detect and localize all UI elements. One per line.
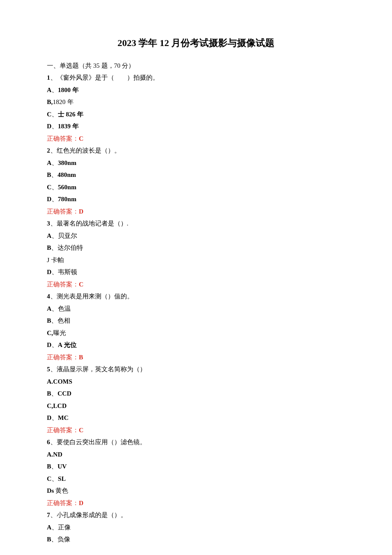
option: C、SL [47,473,345,485]
option-separator: 、 [52,305,58,312]
option: C、士 826 年 [47,108,345,121]
option-separator: 、 [52,475,58,482]
question-text: 、小孔成像形成的是（）。 [50,512,127,518]
option: A.ND [47,448,345,461]
option: A、色温 [47,303,345,315]
option-separator: 、 [51,317,58,324]
question-text: 、测光表是用来测（）值的。 [50,293,133,300]
question-number: 2 [47,147,50,154]
option-separator: 、 [51,536,58,543]
option: C,LCD [47,400,345,412]
option-label: C [47,184,52,191]
option-text: 色相 [58,317,70,324]
correct-answer: 正确答案：C [47,278,345,291]
option-label: J [47,257,51,263]
option: B、UV [47,460,345,473]
answer-label: 正确答案： [47,354,79,361]
correct-answer: 正确答案：C [47,133,345,145]
option-separator: 、 [52,87,58,93]
option-separator: 、 [52,123,58,130]
option: A、贝亚尔 [47,230,345,242]
option-text: 1800 年 [58,87,79,93]
question-text: 、最著名的战地记者是（）. [50,220,129,227]
option: J 卡帕 [47,254,345,266]
option: B、达尔伯特 [47,242,345,254]
question-stem: 6、要使白云突出应用（）滤色镜。 [47,436,345,448]
option-text: MC [58,414,69,421]
question-text: 、红色光的波长是（）。 [50,147,121,154]
option-label: D [47,123,52,130]
option-label: C [47,111,52,118]
option-label: C, [47,402,53,409]
option-text: 1839 年 [58,123,79,130]
option-separator: 、 [52,196,58,202]
option-text: 曝光 [53,330,66,336]
answer-value: C [79,281,84,288]
option: Ds 黄色 [47,485,345,497]
option-label: D [47,196,52,202]
correct-answer: 正确答案：B [47,351,345,364]
option-label: B, [47,98,53,105]
option: D、韦斯顿 [47,266,345,278]
option: B、负像 [47,533,345,546]
option-label: A. [47,378,53,385]
option: C、560nm [47,181,345,194]
question-stem: 4、测光表是用来测（）值的。 [47,290,345,303]
option-label: A. [47,451,53,458]
option-text: LCD [53,402,67,409]
question-number: 3 [47,220,50,227]
option-text: SL [58,475,66,482]
option-text: 560nm [58,184,76,191]
question-stem: 5、液晶显示屏，英文名简称为（） [47,363,345,376]
question-text: 、要使白云突出应用（）滤色镜。 [50,439,146,445]
option-text: UV [58,463,67,470]
option-label: B [47,244,51,251]
answer-value: B [79,354,83,361]
question-stem: 3、最著名的战地记者是（）. [47,217,345,230]
option-text: 贝亚尔 [58,232,77,239]
question-number: 4 [47,293,50,300]
option-separator: 、 [52,269,58,275]
option: A、正像 [47,521,345,534]
question-text: 、液晶显示屏，英文名简称为（） [50,366,146,373]
option-label: A [47,232,52,239]
option-label: B [47,463,51,470]
option-text: ND [53,451,63,458]
option-label: A [47,305,52,312]
option-text: 卡帕 [51,257,64,263]
option-text: 负像 [58,536,70,543]
option-text: 380nm [58,159,76,166]
option-separator: 、 [52,524,58,531]
option-text: 士 826 年 [58,111,84,118]
option-text: 480nm [58,171,76,178]
option-separator: 、 [52,184,58,191]
option-label: D [47,269,52,275]
option-text: 色温 [58,305,71,312]
option-label: B [47,317,51,324]
question-stem: 7、小孔成像形成的是（）。 [47,509,345,521]
option: D、MC [47,412,345,424]
option: B、480nm [47,169,345,181]
answer-value: D [79,208,84,215]
option-text: A 光位 [58,341,77,348]
section-header: 一、单选题（共 35 题，70 分） [47,60,345,72]
option: A、1800 年 [47,84,345,96]
option-label: C [47,475,52,482]
option: B、CCD [47,387,345,400]
option-text: 780nm [58,196,76,202]
option-separator: 、 [51,463,58,470]
option-separator: 、 [52,111,58,118]
option-label: D [47,341,52,348]
answer-label: 正确答案： [47,500,79,506]
option-separator: 、 [52,414,58,421]
option: D、1839 年 [47,120,345,133]
option-label: A [47,524,52,531]
answer-value: C [79,427,84,434]
option-separator: 、 [51,244,58,251]
option-label: Ds [47,487,55,494]
option: D、A 光位 [47,339,345,351]
option: C,曝光 [47,327,345,339]
option-label: C, [47,330,53,336]
option-text: 韦斯顿 [58,269,77,275]
questions-container: 1、《窗外风景》是于（ ）拍摄的。A、1800 年B,1820 年C、士 826… [47,72,345,546]
